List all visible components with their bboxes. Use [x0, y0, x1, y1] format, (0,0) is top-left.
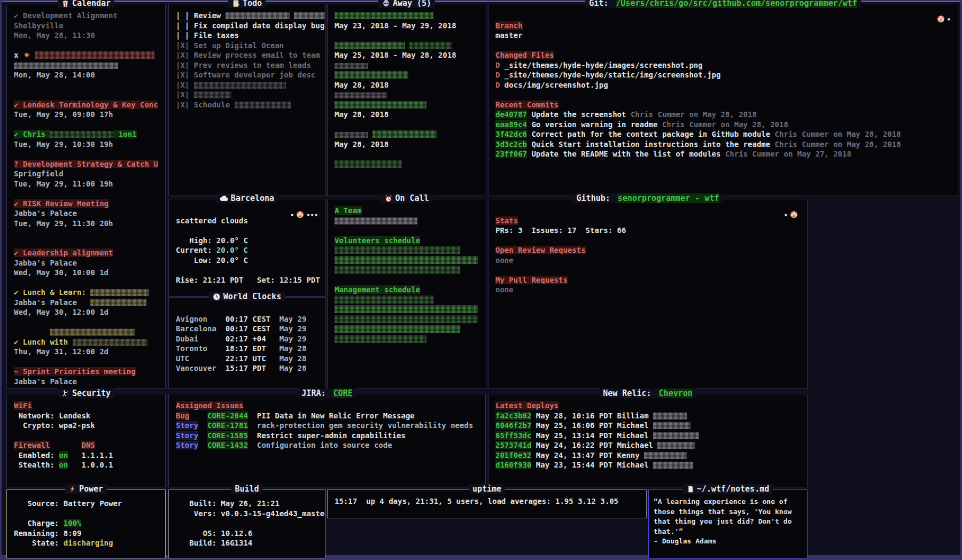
text-segment: ✔ Chris [14, 130, 50, 138]
terminal-line: d160f930 May 23, 15:44 PDT Michael [495, 460, 800, 470]
redacted-text [373, 130, 437, 138]
terminal-line: May 28, 2018 [335, 80, 479, 90]
redacted-text [653, 462, 693, 469]
terminal-line: Story CORE-1432 Configuration into sourc… [176, 440, 478, 450]
weather-panel[interactable]: Barcelona • ••• scattered clouds High: 2… [168, 199, 325, 297]
text-segment: ✔ Lunch & Learn: [14, 288, 90, 297]
text-segment: _site/themes/hyde-hyde/static/img/screen… [505, 71, 721, 79]
terminal-line: Barcelona 00:17 CEST May 29 [176, 324, 318, 334]
terminal-line: Wed, May 30, 12:00 1d [14, 307, 158, 317]
text-segment: 2573741d [495, 441, 531, 449]
text-segment [405, 41, 409, 50]
text-segment: ~ Sprint Priorities meeting [14, 367, 136, 376]
alarm-clock-icon [384, 195, 392, 203]
text-segment: ? Development Strategy & Catch U [14, 160, 158, 168]
page-icon [687, 485, 694, 493]
panel-title-text: Barcelona [231, 193, 274, 203]
text-segment: |X| [176, 71, 194, 79]
terminal-line [335, 90, 479, 100]
build-panel[interactable]: Build Built: May 26, 21:21 Vers: v0.0.3-… [168, 489, 325, 558]
text-segment: May 29 [270, 335, 306, 343]
terminal-line [335, 295, 479, 305]
redacted-text [335, 132, 368, 138]
text-segment: Dubai [176, 335, 226, 343]
text-segment [68, 461, 81, 469]
terminal-line: Jabba's Palace [14, 208, 158, 219]
text-segment: master [495, 31, 523, 40]
github-panel[interactable]: Github: senorprogrammer - wtf • StatsPRs… [488, 199, 808, 389]
text-segment: 1on1 [114, 130, 136, 138]
text-segment: |X| [176, 51, 194, 59]
terminal-line: Build: 16G1314 [176, 538, 318, 548]
text-segment: _site/themes/hyde-hyde/images/screenshot… [505, 61, 703, 69]
calendar-panel[interactable]: Calendar ✔ Development AlignmentShelbyvi… [6, 4, 166, 389]
text-segment: State: [14, 539, 64, 547]
text-segment: A Team [335, 206, 362, 215]
terminal-line: Remaining: 8:09 [14, 528, 158, 539]
terminal-line: Crypto: wpa2-psk [14, 421, 158, 431]
terminal-line [14, 60, 158, 71]
terminal-line: Branch [495, 21, 951, 31]
jira-panel[interactable]: JIRA: CORE Assigned IssuesBug CORE-2044 … [168, 394, 486, 487]
todo-panel[interactable]: Todo | | Review | | Fix compiled date di… [168, 4, 325, 196]
panel-title-text: On Call [395, 193, 429, 203]
redacted-text [335, 71, 408, 79]
redacted-text [653, 422, 691, 429]
terminal-line: Built: May 26, 21:21 [176, 499, 318, 509]
on-call-panel[interactable]: On Call A Team Volunteers schedule Manag… [327, 199, 486, 389]
uptime-content: 15:17 up 4 days, 21:31, 5 users, load av… [328, 490, 646, 518]
terminal-line: |X| Prev reviews to team leads [176, 60, 318, 71]
notes-panel[interactable]: ~/.wtf/notes.md “A learning experience i… [648, 489, 808, 558]
on-call-content: A Team Volunteers schedule Management sc… [328, 199, 486, 388]
world-clocks-panel[interactable]: World Clocks Avignon 00:17 CEST May 29Ba… [168, 297, 325, 389]
text-segment [248, 421, 257, 430]
text-segment: Crypto: wpa2-psk [14, 421, 95, 430]
text-segment: |X| [176, 61, 194, 69]
terminal-line: |X| Review process email to team [176, 50, 318, 60]
terminal-line [14, 120, 158, 130]
terminal-line [14, 189, 158, 199]
terminal-line: Bug CORE-2044 PII Data in New Relic Erro… [176, 411, 478, 421]
away-panel[interactable]: Away (5) May 23, 2018 - May 29, 2018 May… [327, 4, 486, 196]
text-segment: PII Data in New Relic Error Message [257, 411, 415, 420]
new-relic-panel[interactable]: New Relic: Chevron Latest Deploysfa2c3b0… [488, 394, 808, 487]
text-segment: |X| [176, 90, 194, 99]
uptime-panel[interactable]: uptime 15:17 up 4 days, 21:31, 5 users, … [327, 489, 647, 518]
terminal-line: Stats [495, 216, 800, 226]
security-panel[interactable]: Security WiFi Network: Lendesk Crypto: w… [6, 394, 166, 487]
text-segment: - Douglas Adams [654, 537, 716, 545]
new-relic-app-name: Chevron [659, 388, 693, 398]
redacted-text [194, 82, 286, 89]
terminal-line: |X| Software developer job desc [176, 70, 318, 80]
alien-icon [382, 0, 390, 7]
text-segment: Chris Cummer on May 28, 2018 [662, 120, 788, 129]
text-segment: Current: [176, 246, 216, 254]
terminal-line [495, 206, 800, 216]
terminal-line: eaa89c4 Go version warning in readme Chr… [495, 120, 951, 130]
memo-icon [232, 0, 240, 7]
text-segment: Schedule [194, 100, 235, 109]
git-panel[interactable]: Git: /Users/chris/go/src/github.com/seno… [488, 4, 958, 196]
text-segment: Jabba's Palace [14, 377, 77, 386]
text-segment [77, 298, 90, 307]
power-content: Source: Battery Power Charge: 100%Remain… [7, 490, 165, 558]
text-segment: x [14, 51, 23, 59]
terminal-line [176, 304, 318, 314]
terminal-line [335, 225, 479, 236]
panel-title-text: Away (5) [393, 0, 431, 8]
power-panel[interactable]: Power Source: Battery Power Charge: 100%… [6, 489, 166, 558]
redacted-text [90, 299, 146, 306]
lightning-icon [69, 485, 76, 493]
text-segment: |X| [176, 81, 194, 89]
uptime-panel-title: uptime [469, 484, 505, 494]
terminal-line [14, 278, 158, 288]
terminal-line: de40787 Update the screenshot Chris Cumm… [495, 110, 951, 120]
terminal-line: 65ff53dc May 25, 13:14 PDT Michael [495, 431, 800, 441]
text-segment: on [59, 461, 68, 469]
redacted-text [294, 12, 325, 19]
text-segment: Low: [176, 256, 216, 265]
new-relic-panel-title: New Relic: Chevron [599, 388, 696, 398]
terminal-line: Latest Deploys [495, 401, 800, 411]
redacted-text [335, 335, 426, 343]
text-segment: | | [176, 31, 194, 40]
